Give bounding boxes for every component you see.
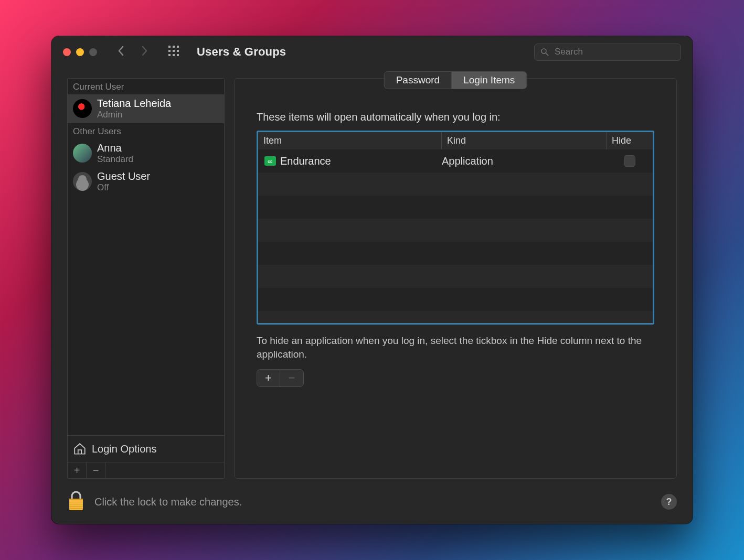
user-role: Off: [97, 182, 150, 193]
panel-tabs: Password Login Items: [384, 71, 527, 89]
add-login-item-button[interactable]: +: [257, 370, 280, 386]
section-current-user: Current User: [68, 79, 224, 94]
svg-rect-2: [177, 46, 179, 48]
search-field[interactable]: [534, 44, 681, 61]
svg-rect-16: [69, 508, 83, 509]
panel-note: To hide an application when you log in, …: [257, 334, 654, 361]
col-kind[interactable]: Kind: [442, 132, 607, 149]
footer-bar: Click the lock to make changes. ?: [51, 485, 693, 524]
sidebar-user-current[interactable]: Tetiana Leheida Admin: [68, 94, 224, 123]
close-button[interactable]: [63, 48, 71, 56]
home-icon: [73, 442, 87, 456]
hide-checkbox[interactable]: [624, 155, 635, 167]
window-title: Users & Groups: [197, 45, 286, 59]
sidebar-user-guest[interactable]: Guest User Off: [68, 167, 224, 196]
zoom-button[interactable]: [89, 48, 97, 56]
tab-password[interactable]: Password: [385, 72, 452, 89]
back-button[interactable]: [117, 45, 125, 59]
search-icon: [540, 47, 549, 57]
minimize-button[interactable]: [76, 48, 84, 56]
user-name: Anna: [97, 142, 133, 154]
avatar: [73, 99, 92, 118]
avatar-guest-icon: [73, 172, 92, 191]
users-sidebar: Current User Tetiana Leheida Admin Other…: [67, 78, 225, 479]
panel-heading: These items will open automatically when…: [257, 111, 654, 123]
titlebar: Users & Groups: [51, 36, 693, 68]
svg-rect-0: [168, 46, 171, 48]
lock-icon[interactable]: [67, 490, 85, 513]
sidebar-footer: + −: [68, 462, 224, 478]
forward-button[interactable]: [140, 45, 148, 59]
user-role: Standard: [97, 154, 133, 165]
login-item-name: Endurance: [280, 155, 331, 167]
svg-rect-4: [173, 50, 175, 52]
svg-rect-7: [173, 54, 175, 56]
sidebar-user[interactable]: Anna Standard: [68, 139, 224, 168]
col-item[interactable]: Item: [258, 132, 442, 149]
login-items-table: Item Kind Hide ∞ Endurance Application: [257, 131, 654, 325]
user-name: Guest User: [97, 170, 150, 182]
avatar: [73, 144, 92, 163]
add-remove-group: + −: [257, 369, 304, 387]
login-options-label: Login Options: [92, 443, 156, 455]
infinity-icon: ∞: [264, 156, 276, 166]
svg-rect-14: [69, 504, 83, 504]
svg-rect-6: [168, 54, 171, 56]
table-row[interactable]: ∞ Endurance Application: [258, 149, 653, 173]
section-other-users: Other Users: [68, 123, 224, 139]
user-role: Admin: [97, 110, 171, 120]
search-input[interactable]: [555, 47, 675, 57]
remove-login-item-button[interactable]: −: [280, 370, 303, 386]
add-user-button[interactable]: +: [68, 462, 87, 478]
login-items-panel: Password Login Items These items will op…: [234, 78, 677, 479]
svg-line-10: [546, 53, 548, 56]
svg-rect-3: [168, 50, 171, 52]
svg-rect-1: [173, 46, 175, 48]
remove-user-button[interactable]: −: [87, 462, 105, 478]
svg-rect-15: [69, 506, 83, 507]
table-body: ∞ Endurance Application: [258, 149, 653, 325]
svg-rect-8: [177, 54, 179, 56]
login-options[interactable]: Login Options: [68, 435, 224, 462]
system-preferences-window: Users & Groups Current User Tetiana Lehe…: [51, 36, 693, 524]
lock-text: Click the lock to make changes.: [94, 496, 242, 508]
window-controls: [63, 48, 97, 56]
svg-point-9: [541, 49, 546, 53]
svg-rect-5: [177, 50, 179, 52]
login-item-kind: Application: [442, 155, 607, 167]
user-name: Tetiana Leheida: [97, 98, 171, 110]
show-all-icon[interactable]: [167, 45, 180, 59]
svg-rect-12: [69, 499, 83, 500]
nav-buttons: [117, 45, 148, 59]
table-header: Item Kind Hide: [258, 132, 653, 149]
tab-login-items[interactable]: Login Items: [452, 72, 526, 89]
svg-rect-13: [69, 502, 83, 502]
col-hide[interactable]: Hide: [607, 132, 653, 149]
help-button[interactable]: ?: [661, 494, 677, 510]
